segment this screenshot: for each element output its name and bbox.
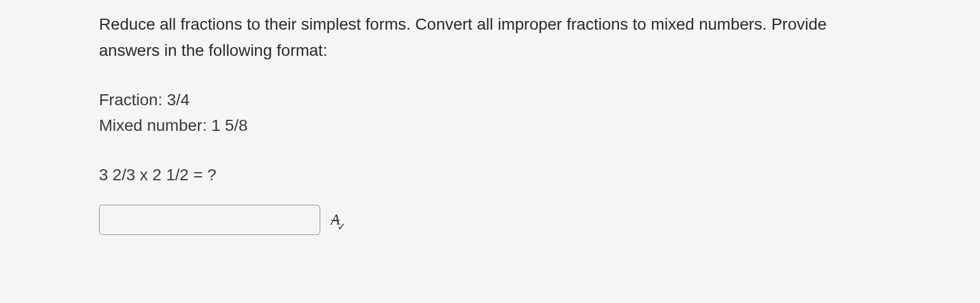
- instruction-text: Reduce all fractions to their simplest f…: [99, 12, 881, 64]
- example-mixed-number: Mixed number: 1 5/8: [99, 113, 881, 139]
- question-text: 3 2/3 x 2 1/2 = ?: [99, 162, 881, 188]
- spellcheck-icon[interactable]: A ✓: [331, 208, 340, 232]
- spellcheck-check-icon: ✓: [337, 219, 346, 236]
- example-block: Fraction: 3/4 Mixed number: 1 5/8: [99, 87, 881, 140]
- answer-row: A ✓: [99, 205, 881, 235]
- answer-input[interactable]: [99, 205, 320, 235]
- example-fraction: Fraction: 3/4: [99, 87, 881, 113]
